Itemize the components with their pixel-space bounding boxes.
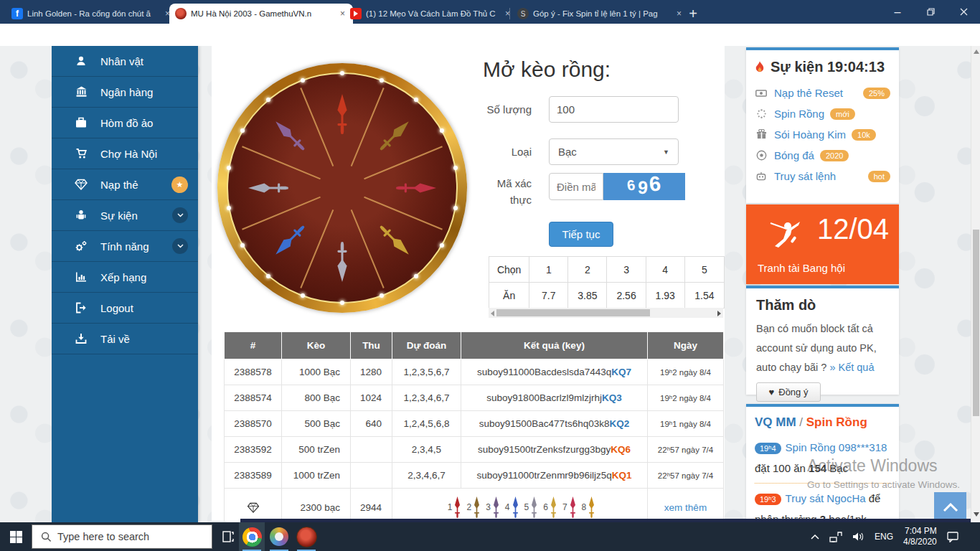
result-weapons: 12345678 — [392, 489, 648, 523]
sidebar-item-nap-the[interactable]: Nạp thẻ ★ — [52, 169, 198, 200]
odds-value-cell: 3.85 — [568, 283, 607, 309]
bet-key: suboy911000Bacdeslsda7443qKQ7 — [461, 359, 648, 385]
browser-tab-3[interactable]: (1) 12 Mẹo Và Cách Làm Đồ Thủ C × — [344, 4, 518, 24]
vertical-scrollbar[interactable] — [971, 46, 980, 522]
main-content: Mở kèo rồng: Số lượng Loại Bạc ▼ Mã xác … — [212, 46, 725, 521]
odds-row-label: Ăn — [489, 283, 529, 309]
event-item-truy-sat-lenh[interactable]: Truy sát lệnh hot — [755, 166, 890, 187]
feed-tab-vqmm[interactable]: VQ MM — [755, 415, 796, 429]
flame-icon — [755, 61, 765, 74]
swordsman-icon — [766, 217, 804, 250]
wheel-light-dot — [380, 78, 384, 83]
scroll-left-arrow[interactable] — [491, 311, 494, 316]
event-link[interactable]: Bóng đá — [774, 149, 814, 161]
wheel-weapon-icon — [396, 179, 436, 197]
event-panel-title: Sự kiện 19:04:13 — [755, 59, 890, 75]
start-button[interactable] — [0, 522, 32, 551]
bet-win: 1024 — [351, 385, 392, 411]
browser-tab-4[interactable]: S Góp ý - Fix Spin tỉ lệ lên 1 tý | Pag … — [512, 4, 689, 24]
money-icon — [755, 88, 768, 99]
agree-button[interactable]: ♥Đồng ý — [756, 382, 821, 402]
window-minimize-button[interactable]: – — [881, 0, 914, 24]
horizontal-scrollbar[interactable] — [489, 308, 723, 318]
event-item-soi-hoang-kim[interactable]: Sói Hoàng Kim 10k — [755, 124, 890, 145]
event-link[interactable]: Spin Rồng — [774, 108, 824, 120]
event-link[interactable]: Sói Hoàng Kim — [774, 128, 846, 141]
odds-header-cell[interactable]: 4 — [646, 257, 684, 283]
sidebar-item-su-kien[interactable]: Sự kiện — [52, 200, 198, 231]
taskbar-chrome-button[interactable] — [239, 522, 265, 551]
poll-result-link[interactable]: » Kết quả — [829, 362, 874, 373]
event-link[interactable]: Nạp thẻ Reset — [774, 87, 843, 99]
action-center-icon[interactable] — [947, 531, 959, 542]
window-close-button[interactable] — [947, 0, 980, 24]
sidebar-item-label: Nạp thẻ — [100, 179, 138, 191]
spin-wheel[interactable] — [217, 63, 467, 313]
bet-win: 2944 — [351, 489, 392, 523]
table-row: 2388578 1000 Bạc 1280 1,2,3,5,6,7 suboy9… — [225, 359, 724, 385]
network-icon[interactable] — [829, 532, 842, 542]
odds-header-cell[interactable]: 3 — [607, 257, 646, 283]
task-view-button[interactable] — [215, 522, 241, 551]
odds-header-cell[interactable]: 1 — [529, 257, 568, 283]
browser-tab-2-active[interactable]: MU Hà Nội 2003 - GamethuVN.n × — [169, 4, 353, 24]
wheel-light-dot — [453, 206, 458, 210]
wheel-weapon-icon — [333, 94, 352, 134]
feed-link[interactable]: Spin Rồng 098***318 — [786, 441, 887, 453]
scroll-right-arrow[interactable] — [717, 311, 721, 316]
new-tab-button[interactable]: + — [683, 4, 703, 24]
bet-id: 2383589 — [225, 463, 282, 489]
sidebar-item-ngan-hang[interactable]: Ngân hàng — [52, 77, 198, 108]
taskbar-paint-button[interactable] — [266, 522, 292, 551]
sidebar-item-tai-ve[interactable]: Tải về — [52, 324, 198, 354]
time-badge: 19ʰ3 — [755, 494, 781, 505]
quantity-input[interactable] — [549, 96, 679, 123]
sidebar-item-nhan-vat[interactable]: Nhân vật — [52, 46, 198, 77]
captcha-input[interactable] — [549, 173, 603, 200]
weapon-icon — [549, 496, 558, 518]
gem-icon — [225, 489, 282, 523]
tournament-banner[interactable]: 12/04 Tranh tài Bang hội — [746, 204, 899, 284]
bet-key: suboy911000trZenmr9b96iljz5qKQ1 — [461, 463, 648, 489]
captcha-image[interactable]: 6 9 6 — [603, 173, 685, 200]
bet-picks: 1,2,3,4,6,7 — [392, 385, 461, 411]
sidebar-item-cho-ha-noi[interactable]: Chợ Hà Nội — [52, 138, 198, 169]
scroll-up-arrow[interactable] — [974, 50, 979, 54]
bet-id: 2388578 — [225, 359, 282, 385]
wheel-light-dot — [340, 301, 344, 305]
event-link[interactable]: Truy sát lệnh — [774, 170, 836, 182]
wheel-light-dot — [266, 274, 270, 278]
odds-header-cell[interactable]: 2 — [568, 257, 607, 283]
scroll-to-top-button[interactable] — [934, 492, 966, 522]
see-more-link[interactable]: xem thêm — [664, 502, 707, 513]
language-indicator[interactable]: ENG — [875, 532, 893, 542]
event-item-spin-rong[interactable]: Spin Rồng mới — [755, 103, 890, 124]
results-header-row: # Kèo Thu Dự đoán Kết quả (key) Ngày — [225, 332, 724, 359]
speaker-icon[interactable] — [852, 532, 864, 542]
sidebar-item-logout[interactable]: Logout — [52, 293, 198, 324]
browser-tab-1[interactable]: f Linh Golden - Ra cổng đón chút ă × — [6, 4, 178, 24]
event-item-nap-the-reset[interactable]: Nạp thẻ Reset 25% — [755, 83, 890, 103]
sidebar-item-label: Ngân hàng — [100, 86, 153, 98]
tab-title: (1) 12 Mẹo Và Cách Làm Đồ Thủ C — [366, 9, 499, 18]
taskbar-clock[interactable]: 7:04 PM4/8/2020 — [903, 526, 937, 547]
scrollbar-thumb[interactable] — [496, 309, 650, 316]
bet-date: 19ʰ2 ngày 8/4 — [648, 359, 724, 385]
search-placeholder: Type here to search — [57, 531, 149, 542]
feed-link[interactable]: Truy sát NgocHa — [786, 492, 866, 504]
scroll-down-arrow[interactable] — [974, 512, 979, 517]
sidebar-item-hom-do-ao[interactable]: Hòm đồ ảo — [52, 108, 198, 138]
taskbar-search-box[interactable]: Type here to search — [32, 524, 212, 549]
tray-chevron-up-icon[interactable] — [811, 534, 819, 540]
taskbar-mu-game-button[interactable] — [293, 522, 319, 551]
sidebar-item-tinh-nang[interactable]: Tính năng — [52, 231, 198, 262]
continue-button[interactable]: Tiếp tục — [549, 222, 613, 247]
event-item-bong-da[interactable]: Bóng đá 2020 — [755, 145, 890, 166]
type-select[interactable]: Bạc ▼ — [549, 138, 679, 165]
scrollbar-thumb[interactable] — [973, 230, 979, 416]
sidebar-item-xep-hang[interactable]: Xếp hạng — [52, 262, 198, 293]
odds-header-cell[interactable]: 5 — [684, 257, 724, 283]
wheel-light-dot — [453, 166, 458, 170]
feed-tab-spin-rong[interactable]: Spin Rồng — [806, 415, 867, 429]
window-restore-button[interactable] — [914, 0, 947, 24]
